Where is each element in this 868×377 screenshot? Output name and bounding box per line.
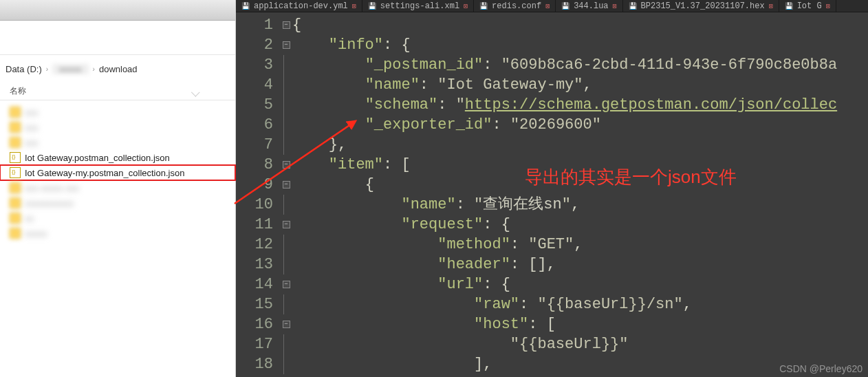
save-icon: 💾 <box>479 2 488 10</box>
file-label: xxx xxxxx xxx <box>25 183 79 193</box>
close-icon[interactable]: ⊠ <box>545 2 550 10</box>
file-label: xxxxx <box>25 228 47 239</box>
line-number-gutter: 123456789101112131415161718 <box>236 12 280 377</box>
breadcrumb-folder[interactable]: download <box>99 64 138 74</box>
annotation-text: 导出的其实是一个json文件 <box>525 165 737 189</box>
save-icon: 💾 <box>561 2 569 10</box>
close-icon[interactable]: ⊠ <box>352 2 356 10</box>
folder-icon <box>10 197 21 208</box>
fold-toggle-icon[interactable]: − <box>283 21 290 29</box>
column-header-name[interactable]: 名称 <box>0 83 235 100</box>
code-editor: 💾application-dev.yml⊠💾settings-ali.xml⊠💾… <box>236 0 868 377</box>
file-row[interactable]: xxx <box>0 120 235 135</box>
editor-tab[interactable]: 💾Iot G⊠ <box>779 0 836 12</box>
folder-icon <box>10 107 21 118</box>
fold-toggle-icon[interactable]: − <box>283 221 290 228</box>
json-icon <box>10 167 21 178</box>
folder-icon <box>10 182 21 193</box>
file-label: xxxxxxxxxxx <box>25 198 74 208</box>
folder-icon <box>10 122 21 133</box>
close-icon[interactable]: ⊠ <box>613 2 617 10</box>
tab-label: 344.lua <box>574 1 608 11</box>
file-label: xx <box>25 213 34 224</box>
editor-tab[interactable]: 💾application-dev.yml⊠ <box>236 0 362 12</box>
watermark: CSDN @Perley620 <box>779 363 862 374</box>
file-row[interactable]: xxx <box>0 135 235 150</box>
fold-toggle-icon[interactable]: − <box>283 161 290 169</box>
explorer-toolbar <box>0 0 235 55</box>
editor-tab[interactable]: 💾redis.conf⊠ <box>474 0 556 12</box>
breadcrumb[interactable]: Data (D:) › xxxxx › download <box>0 55 235 83</box>
folder-icon <box>10 137 21 148</box>
fold-toggle-icon[interactable]: − <box>283 321 290 328</box>
file-label: xxx <box>25 107 39 118</box>
breadcrumb-blurred[interactable]: xxxxx <box>52 64 89 74</box>
tab-label: settings-ali.xml <box>380 1 459 11</box>
code-area: 123456789101112131415161718 −−−−−−− { "i… <box>236 12 868 377</box>
file-list: xxxxxxxxxIot Gateway.postman_collection.… <box>0 100 235 377</box>
save-icon: 💾 <box>241 2 250 10</box>
chevron-right-icon: › <box>93 65 95 73</box>
editor-tabs: 💾application-dev.yml⊠💾settings-ali.xml⊠💾… <box>236 0 868 12</box>
file-row[interactable]: xxxxx <box>0 226 235 241</box>
file-row[interactable]: xxx <box>0 105 235 120</box>
editor-tab[interactable]: 💾BP2315_V1.37_20231107.hex⊠ <box>623 0 779 12</box>
fold-toggle-icon[interactable]: − <box>283 41 290 49</box>
file-label: Iot Gateway.postman_collection.json <box>25 153 170 163</box>
editor-tab[interactable]: 💾344.lua⊠ <box>556 0 622 12</box>
folder-icon <box>10 213 21 224</box>
tab-label: redis.conf <box>492 1 541 11</box>
file-row[interactable]: xxx xxxxx xxx <box>0 180 235 195</box>
breadcrumb-drive[interactable]: Data (D:) <box>6 64 42 74</box>
code-content[interactable]: { "info": { "_postman_id": "609b8ca6-2cb… <box>292 12 868 377</box>
file-row[interactable]: xx <box>0 211 235 226</box>
file-row[interactable]: Iot Gateway.postman_collection.json <box>0 150 235 165</box>
chevron-right-icon: › <box>46 65 48 73</box>
file-label: xxx <box>25 138 39 148</box>
file-label: Iot Gateway-my.postman_collection.json <box>25 168 184 178</box>
tab-label: BP2315_V1.37_20231107.hex <box>641 1 765 11</box>
save-icon: 💾 <box>629 2 637 10</box>
file-row[interactable]: Iot Gateway-my.postman_collection.json <box>0 165 235 180</box>
fold-toggle-icon[interactable]: − <box>283 181 290 188</box>
file-label: xxx <box>25 122 39 133</box>
close-icon[interactable]: ⊠ <box>769 2 773 10</box>
file-explorer: Data (D:) › xxxxx › download 名称 xxxxxxxx… <box>0 0 236 377</box>
tab-label: Iot G <box>797 1 822 11</box>
file-row[interactable]: xxxxxxxxxxx <box>0 195 235 211</box>
close-icon[interactable]: ⊠ <box>826 2 830 10</box>
close-icon[interactable]: ⊠ <box>464 2 468 10</box>
save-icon: 💾 <box>368 2 376 10</box>
fold-toggle-icon[interactable]: − <box>283 281 290 288</box>
save-icon: 💾 <box>785 2 793 10</box>
editor-tab[interactable]: 💾settings-ali.xml⊠ <box>362 0 474 12</box>
tab-label: application-dev.yml <box>254 1 348 11</box>
fold-column: −−−−−−− <box>280 12 292 377</box>
json-icon <box>10 152 21 163</box>
folder-icon <box>10 228 21 239</box>
